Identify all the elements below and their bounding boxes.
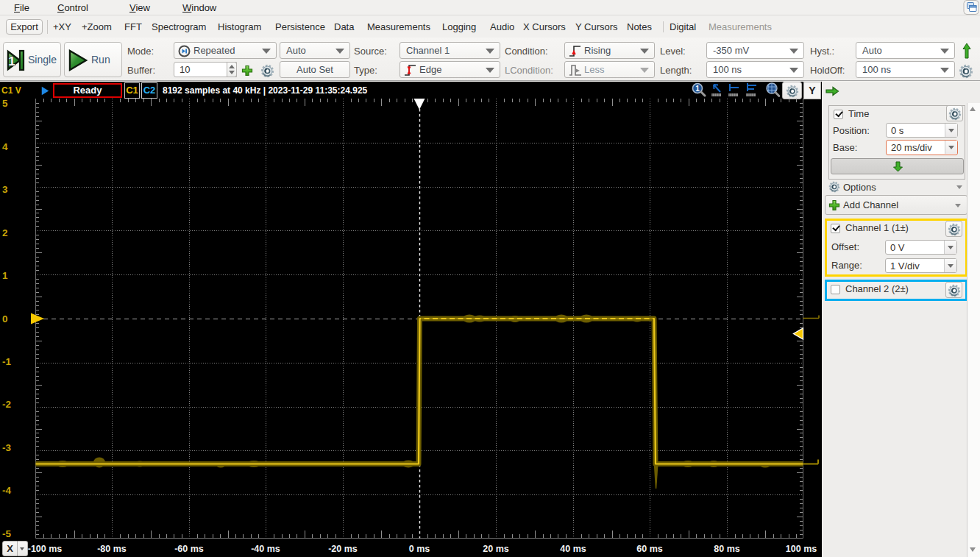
svg-text:0: 0 <box>2 313 8 324</box>
svg-text:-1: -1 <box>2 356 11 367</box>
svg-text:-40 ms: -40 ms <box>251 544 280 554</box>
svg-text:-4: -4 <box>2 485 11 496</box>
svg-text:0 ms: 0 ms <box>409 544 430 554</box>
svg-text:2: 2 <box>2 227 8 238</box>
svg-text:-5: -5 <box>2 528 11 539</box>
svg-text:-3: -3 <box>2 442 11 453</box>
svg-text:20 ms: 20 ms <box>483 544 508 554</box>
svg-text:1: 1 <box>2 270 8 281</box>
svg-text:4: 4 <box>2 141 8 152</box>
svg-text:3: 3 <box>2 184 8 195</box>
svg-text:1: 1 <box>8 54 15 68</box>
svg-text:40 ms: 40 ms <box>560 544 586 554</box>
svg-text:1: 1 <box>695 85 700 93</box>
svg-text:80 ms: 80 ms <box>714 544 739 554</box>
svg-text:-20 ms: -20 ms <box>328 544 358 554</box>
svg-text:-100 ms: -100 ms <box>28 544 63 554</box>
svg-text:5: 5 <box>2 99 8 109</box>
svg-text:-80 ms: -80 ms <box>97 544 127 554</box>
svg-text:-60 ms: -60 ms <box>174 544 204 554</box>
svg-text:60 ms: 60 ms <box>636 544 662 554</box>
svg-text:100 ms: 100 ms <box>786 544 817 554</box>
svg-text:-2: -2 <box>2 399 11 410</box>
